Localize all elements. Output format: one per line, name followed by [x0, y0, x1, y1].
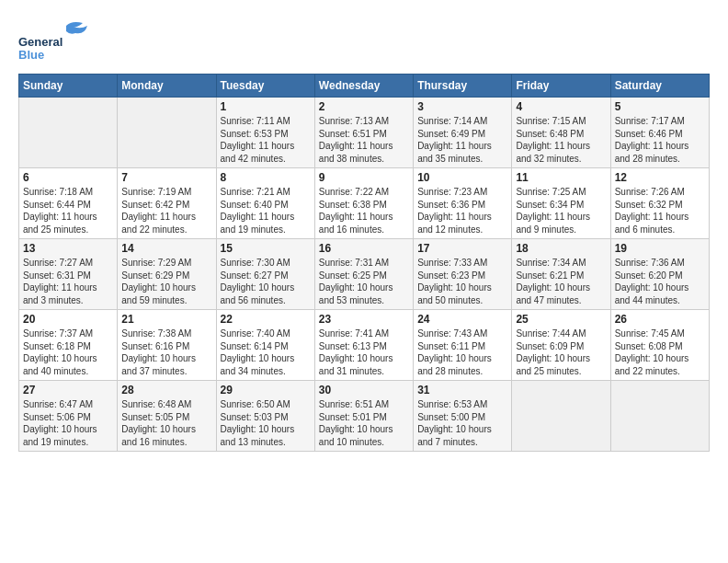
weekday-header: Thursday	[414, 75, 512, 98]
calendar-cell: 14Sunrise: 7:29 AM Sunset: 6:29 PM Dayli…	[118, 239, 216, 310]
day-number: 13	[23, 242, 113, 255]
weekday-header: Sunday	[19, 75, 118, 98]
day-info: Sunrise: 7:17 AM Sunset: 6:46 PM Dayligh…	[615, 115, 705, 165]
day-info: Sunrise: 7:21 AM Sunset: 6:40 PM Dayligh…	[221, 186, 311, 236]
day-info: Sunrise: 6:50 AM Sunset: 5:03 PM Dayligh…	[221, 398, 311, 448]
day-number: 16	[319, 242, 409, 255]
day-info: Sunrise: 7:43 AM Sunset: 6:11 PM Dayligh…	[417, 327, 507, 377]
logo: General Blue	[18, 18, 101, 64]
day-number: 8	[221, 171, 311, 184]
day-number: 27	[23, 384, 113, 396]
calendar-cell: 31Sunrise: 6:53 AM Sunset: 5:00 PM Dayli…	[414, 381, 512, 452]
calendar-week: 13Sunrise: 7:27 AM Sunset: 6:31 PM Dayli…	[19, 239, 710, 310]
day-info: Sunrise: 7:41 AM Sunset: 6:13 PM Dayligh…	[319, 327, 409, 377]
svg-text:General: General	[18, 35, 63, 49]
day-number: 11	[516, 171, 606, 184]
day-info: Sunrise: 7:23 AM Sunset: 6:36 PM Dayligh…	[417, 186, 507, 236]
day-info: Sunrise: 7:45 AM Sunset: 6:08 PM Dayligh…	[615, 327, 705, 377]
day-number: 22	[221, 313, 311, 326]
calendar-cell: 9Sunrise: 7:22 AM Sunset: 6:38 PM Daylig…	[314, 168, 413, 239]
day-info: Sunrise: 7:13 AM Sunset: 6:51 PM Dayligh…	[319, 115, 409, 165]
day-number: 9	[319, 171, 409, 184]
svg-text:Blue: Blue	[18, 48, 44, 62]
day-info: Sunrise: 6:53 AM Sunset: 5:00 PM Dayligh…	[417, 398, 507, 448]
logo-svg: General Blue	[18, 18, 101, 64]
day-info: Sunrise: 7:37 AM Sunset: 6:18 PM Dayligh…	[23, 327, 113, 377]
weekday-header: Monday	[118, 75, 216, 98]
calendar-cell: 6Sunrise: 7:18 AM Sunset: 6:44 PM Daylig…	[19, 168, 118, 239]
day-number: 1	[221, 100, 311, 113]
day-info: Sunrise: 7:22 AM Sunset: 6:38 PM Dayligh…	[319, 186, 409, 236]
day-number: 21	[121, 313, 211, 326]
calendar-cell: 22Sunrise: 7:40 AM Sunset: 6:14 PM Dayli…	[216, 310, 314, 381]
weekday-header: Wednesday	[314, 75, 413, 98]
calendar-cell: 26Sunrise: 7:45 AM Sunset: 6:08 PM Dayli…	[610, 310, 709, 381]
calendar-cell: 30Sunrise: 6:51 AM Sunset: 5:01 PM Dayli…	[314, 381, 413, 452]
calendar-header: SundayMondayTuesdayWednesdayThursdayFrid…	[19, 75, 710, 98]
weekday-header: Friday	[512, 75, 610, 98]
day-number: 10	[417, 171, 507, 184]
day-info: Sunrise: 7:38 AM Sunset: 6:16 PM Dayligh…	[121, 327, 211, 377]
calendar-cell	[512, 381, 610, 452]
day-number: 19	[615, 242, 705, 255]
day-number: 12	[615, 171, 705, 184]
calendar-cell: 13Sunrise: 7:27 AM Sunset: 6:31 PM Dayli…	[19, 239, 118, 310]
day-info: Sunrise: 7:11 AM Sunset: 6:53 PM Dayligh…	[221, 115, 311, 165]
day-info: Sunrise: 7:33 AM Sunset: 6:23 PM Dayligh…	[417, 257, 507, 306]
day-info: Sunrise: 7:44 AM Sunset: 6:09 PM Dayligh…	[516, 327, 606, 377]
day-info: Sunrise: 7:29 AM Sunset: 6:29 PM Dayligh…	[121, 257, 211, 306]
calendar-cell: 4Sunrise: 7:15 AM Sunset: 6:48 PM Daylig…	[512, 98, 610, 168]
day-number: 18	[516, 242, 606, 255]
calendar-cell: 23Sunrise: 7:41 AM Sunset: 6:13 PM Dayli…	[314, 310, 413, 381]
calendar-cell: 16Sunrise: 7:31 AM Sunset: 6:25 PM Dayli…	[314, 239, 413, 310]
calendar-cell: 10Sunrise: 7:23 AM Sunset: 6:36 PM Dayli…	[414, 168, 512, 239]
calendar-cell	[19, 98, 118, 168]
calendar-cell: 21Sunrise: 7:38 AM Sunset: 6:16 PM Dayli…	[118, 310, 216, 381]
page-header: General Blue	[18, 18, 710, 64]
calendar-cell: 15Sunrise: 7:30 AM Sunset: 6:27 PM Dayli…	[216, 239, 314, 310]
calendar-cell: 28Sunrise: 6:48 AM Sunset: 5:05 PM Dayli…	[118, 381, 216, 452]
day-info: Sunrise: 7:34 AM Sunset: 6:21 PM Dayligh…	[516, 257, 606, 306]
day-number: 26	[615, 313, 705, 326]
day-number: 6	[23, 171, 113, 184]
day-number: 5	[615, 100, 705, 113]
calendar-week: 6Sunrise: 7:18 AM Sunset: 6:44 PM Daylig…	[19, 168, 710, 239]
calendar-cell: 24Sunrise: 7:43 AM Sunset: 6:11 PM Dayli…	[414, 310, 512, 381]
day-info: Sunrise: 7:14 AM Sunset: 6:49 PM Dayligh…	[417, 115, 507, 165]
day-info: Sunrise: 7:40 AM Sunset: 6:14 PM Dayligh…	[221, 327, 311, 377]
weekday-header: Saturday	[610, 75, 709, 98]
day-number: 25	[516, 313, 606, 326]
day-info: Sunrise: 6:51 AM Sunset: 5:01 PM Dayligh…	[319, 398, 409, 448]
day-number: 29	[221, 384, 311, 396]
day-number: 14	[121, 242, 211, 255]
day-info: Sunrise: 7:19 AM Sunset: 6:42 PM Dayligh…	[121, 186, 211, 236]
calendar-cell	[610, 381, 709, 452]
day-number: 3	[417, 100, 507, 113]
day-number: 24	[417, 313, 507, 326]
day-info: Sunrise: 7:25 AM Sunset: 6:34 PM Dayligh…	[516, 186, 606, 236]
day-info: Sunrise: 7:27 AM Sunset: 6:31 PM Dayligh…	[23, 257, 113, 306]
calendar-cell: 20Sunrise: 7:37 AM Sunset: 6:18 PM Dayli…	[19, 310, 118, 381]
day-number: 7	[121, 171, 211, 184]
calendar-cell: 2Sunrise: 7:13 AM Sunset: 6:51 PM Daylig…	[314, 98, 413, 168]
day-info: Sunrise: 7:26 AM Sunset: 6:32 PM Dayligh…	[615, 186, 705, 236]
calendar-cell: 8Sunrise: 7:21 AM Sunset: 6:40 PM Daylig…	[216, 168, 314, 239]
calendar-week: 20Sunrise: 7:37 AM Sunset: 6:18 PM Dayli…	[19, 310, 710, 381]
calendar-cell	[118, 98, 216, 168]
day-info: Sunrise: 7:36 AM Sunset: 6:20 PM Dayligh…	[615, 257, 705, 306]
calendar-cell: 12Sunrise: 7:26 AM Sunset: 6:32 PM Dayli…	[610, 168, 709, 239]
day-number: 15	[221, 242, 311, 255]
calendar-cell: 17Sunrise: 7:33 AM Sunset: 6:23 PM Dayli…	[414, 239, 512, 310]
day-info: Sunrise: 6:47 AM Sunset: 5:06 PM Dayligh…	[23, 398, 113, 448]
day-info: Sunrise: 7:31 AM Sunset: 6:25 PM Dayligh…	[319, 257, 409, 306]
weekday-header: Tuesday	[216, 75, 314, 98]
day-number: 23	[319, 313, 409, 326]
day-info: Sunrise: 7:15 AM Sunset: 6:48 PM Dayligh…	[516, 115, 606, 165]
calendar-cell: 29Sunrise: 6:50 AM Sunset: 5:03 PM Dayli…	[216, 381, 314, 452]
calendar-week: 1Sunrise: 7:11 AM Sunset: 6:53 PM Daylig…	[19, 98, 710, 168]
day-number: 4	[516, 100, 606, 113]
calendar-cell: 11Sunrise: 7:25 AM Sunset: 6:34 PM Dayli…	[512, 168, 610, 239]
day-number: 30	[319, 384, 409, 396]
calendar-cell: 1Sunrise: 7:11 AM Sunset: 6:53 PM Daylig…	[216, 98, 314, 168]
day-number: 17	[417, 242, 507, 255]
